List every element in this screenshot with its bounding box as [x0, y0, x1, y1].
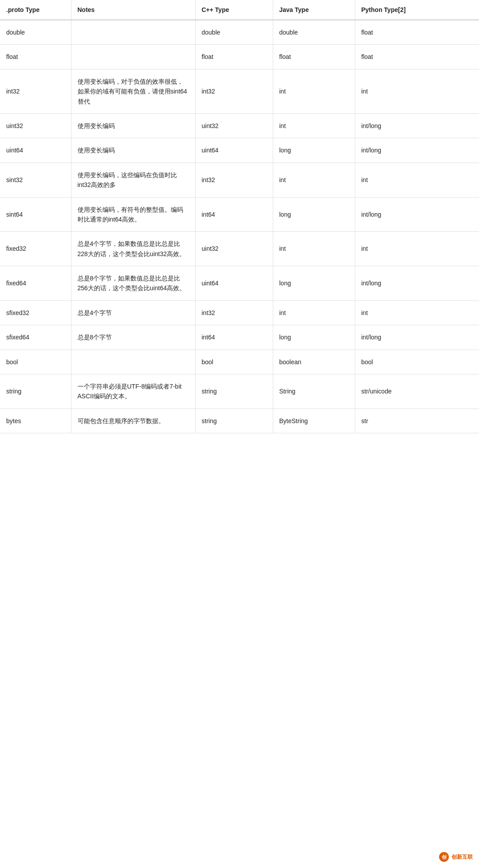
- cell-python: int: [355, 300, 479, 325]
- cell-java: boolean: [273, 350, 355, 374]
- cell-cpp: uint32: [195, 232, 273, 266]
- cell-python: int: [355, 69, 479, 113]
- cell-java: long: [273, 197, 355, 232]
- cell-notes: 使用变长编码: [71, 113, 195, 138]
- cell-cpp: double: [195, 20, 273, 45]
- cell-java: int: [273, 163, 355, 197]
- cell-proto: sfixed64: [0, 325, 71, 350]
- cell-java: long: [273, 138, 355, 163]
- cell-python: bool: [355, 350, 479, 374]
- cell-python: int: [355, 232, 479, 266]
- table-row: sfixed64总是8个字节int64longint/long: [0, 325, 479, 350]
- cell-notes: 一个字符串必须是UTF-8编码或者7-bit ASCII编码的文本。: [71, 374, 195, 409]
- watermark-text: 创新互联: [452, 853, 473, 861]
- table-row: sint64使用变长编码，有符号的整型值。编码时比通常的int64高效。int6…: [0, 197, 479, 232]
- cell-python: str: [355, 409, 479, 433]
- header-python: Python Type[2]: [355, 0, 479, 20]
- table-row: string一个字符串必须是UTF-8编码或者7-bit ASCII编码的文本。…: [0, 374, 479, 409]
- header-java: Java Type: [273, 0, 355, 20]
- cell-proto: sfixed32: [0, 300, 71, 325]
- cell-notes: 使用变长编码，有符号的整型值。编码时比通常的int64高效。: [71, 197, 195, 232]
- cell-python: int/long: [355, 197, 479, 232]
- cell-cpp: uint32: [195, 113, 273, 138]
- cell-cpp: uint64: [195, 266, 273, 301]
- cell-proto: double: [0, 20, 71, 45]
- cell-python: float: [355, 20, 479, 45]
- cell-java: float: [273, 45, 355, 69]
- cell-notes: [71, 350, 195, 374]
- cell-python: float: [355, 45, 479, 69]
- cell-cpp: int32: [195, 69, 273, 113]
- cell-proto: fixed32: [0, 232, 71, 266]
- header-notes: Notes: [71, 0, 195, 20]
- cell-java: int: [273, 113, 355, 138]
- cell-proto: fixed64: [0, 266, 71, 301]
- cell-cpp: int32: [195, 300, 273, 325]
- cell-java: long: [273, 325, 355, 350]
- cell-notes: 使用变长编码，这些编码在负值时比int32高效的多: [71, 163, 195, 197]
- cell-cpp: bool: [195, 350, 273, 374]
- cell-proto: float: [0, 45, 71, 69]
- table-row: boolboolbooleanbool: [0, 350, 479, 374]
- cell-python: int/long: [355, 113, 479, 138]
- table-header-row: .proto Type Notes C++ Type Java Type Pyt…: [0, 0, 479, 20]
- cell-java: String: [273, 374, 355, 409]
- table-row: sint32使用变长编码，这些编码在负值时比int32高效的多int32inti…: [0, 163, 479, 197]
- cell-proto: string: [0, 374, 71, 409]
- table-row: uint64使用变长编码uint64longint/long: [0, 138, 479, 163]
- table-row: fixed32总是4个字节，如果数值总是比总是比228大的话，这个类型会比uin…: [0, 232, 479, 266]
- cell-java: double: [273, 20, 355, 45]
- cell-proto: uint32: [0, 113, 71, 138]
- cell-notes: 使用变长编码，对于负值的效率很低，如果你的域有可能有负值，请使用sint64替代: [71, 69, 195, 113]
- watermark-icon: 创: [439, 852, 449, 862]
- watermark: 创 创新互联: [439, 852, 473, 862]
- table-row: fixed64总是8个字节，如果数值总是比总是比256大的话，这个类型会比uin…: [0, 266, 479, 301]
- cell-java: int: [273, 232, 355, 266]
- cell-python: str/unicode: [355, 374, 479, 409]
- cell-cpp: string: [195, 374, 273, 409]
- table-row: uint32使用变长编码uint32intint/long: [0, 113, 479, 138]
- cell-notes: 总是8个字节: [71, 325, 195, 350]
- table-row: doubledoubledoublefloat: [0, 20, 479, 45]
- cell-cpp: float: [195, 45, 273, 69]
- cell-python: int/long: [355, 325, 479, 350]
- cell-cpp: uint64: [195, 138, 273, 163]
- cell-notes: 总是4个字节: [71, 300, 195, 325]
- cell-java: int: [273, 300, 355, 325]
- cell-proto: uint64: [0, 138, 71, 163]
- cell-notes: 可能包含任意顺序的字节数据。: [71, 409, 195, 433]
- cell-java: int: [273, 69, 355, 113]
- cell-proto: sint64: [0, 197, 71, 232]
- cell-python: int/long: [355, 138, 479, 163]
- cell-proto: bool: [0, 350, 71, 374]
- cell-java: ByteString: [273, 409, 355, 433]
- cell-proto: int32: [0, 69, 71, 113]
- cell-cpp: int64: [195, 197, 273, 232]
- cell-python: int/long: [355, 266, 479, 301]
- table-row: int32使用变长编码，对于负值的效率很低，如果你的域有可能有负值，请使用sin…: [0, 69, 479, 113]
- cell-notes: [71, 20, 195, 45]
- cell-proto: bytes: [0, 409, 71, 433]
- cell-notes: 总是8个字节，如果数值总是比总是比256大的话，这个类型会比uint64高效。: [71, 266, 195, 301]
- header-proto: .proto Type: [0, 0, 71, 20]
- cell-cpp: string: [195, 409, 273, 433]
- proto-type-table: .proto Type Notes C++ Type Java Type Pyt…: [0, 0, 479, 433]
- page-wrapper: .proto Type Notes C++ Type Java Type Pyt…: [0, 0, 479, 868]
- cell-java: long: [273, 266, 355, 301]
- table-row: bytes可能包含任意顺序的字节数据。stringByteStringstr: [0, 409, 479, 433]
- cell-notes: [71, 45, 195, 69]
- cell-python: int: [355, 163, 479, 197]
- table-row: floatfloatfloatfloat: [0, 45, 479, 69]
- cell-notes: 使用变长编码: [71, 138, 195, 163]
- header-cpp: C++ Type: [195, 0, 273, 20]
- cell-cpp: int64: [195, 325, 273, 350]
- cell-proto: sint32: [0, 163, 71, 197]
- cell-cpp: int32: [195, 163, 273, 197]
- cell-notes: 总是4个字节，如果数值总是比总是比228大的话，这个类型会比uint32高效。: [71, 232, 195, 266]
- table-row: sfixed32总是4个字节int32intint: [0, 300, 479, 325]
